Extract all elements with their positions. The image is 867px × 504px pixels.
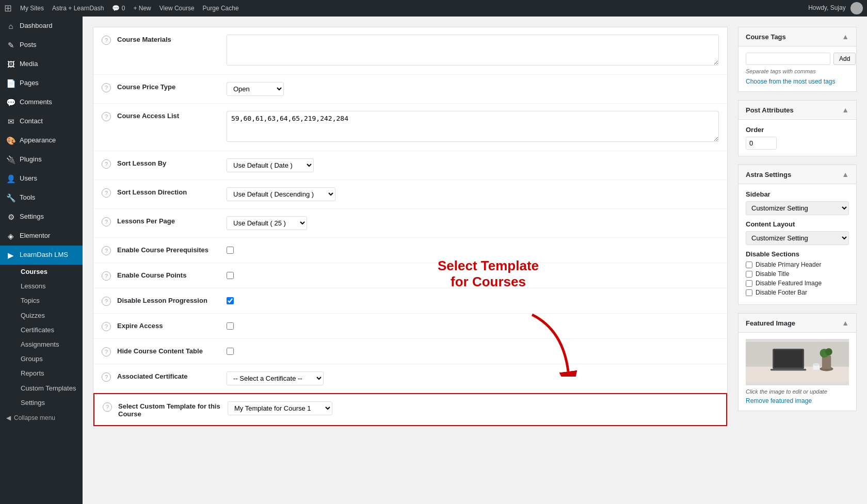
help-icon-hide-content-table[interactable]: ?: [102, 347, 111, 356]
sidebar-item-learndash[interactable]: ▶ LearnDash LMS: [0, 246, 83, 265]
sidebar-item-settings-sub[interactable]: Settings: [14, 396, 83, 410]
checkbox-disable-featured-image[interactable]: [746, 280, 752, 287]
purge-cache-link[interactable]: Purge Cache: [203, 5, 239, 12]
checkbox-hide-content-table[interactable]: [227, 348, 234, 355]
sidebar-item-groups[interactable]: Groups: [14, 352, 83, 366]
checkbox-disable-progression[interactable]: [227, 297, 234, 304]
select-lessons-per-page[interactable]: Use Default ( 25 ) 10 25 50: [227, 216, 307, 230]
help-icon-enable-points[interactable]: ?: [102, 271, 111, 281]
checkbox-disable-footer-bar[interactable]: [746, 289, 752, 296]
post-attributes-toggle[interactable]: ▲: [842, 106, 849, 114]
checkbox-disable-title[interactable]: [746, 271, 752, 278]
sidebar-label-settings: Settings: [20, 212, 44, 221]
select-custom-template[interactable]: My Template for Course 1: [228, 401, 332, 415]
select-associated-certificate[interactable]: -- Select a Certificate --: [227, 371, 324, 385]
checkbox-expire-access[interactable]: [227, 322, 234, 330]
meta-box-astra-settings: Astra Settings ▲ Sidebar Customizer Sett…: [738, 165, 857, 305]
remove-featured-image-link[interactable]: Remove featured image: [746, 397, 812, 404]
sidebar-item-quizzes[interactable]: Quizzes: [14, 308, 83, 323]
lessons-label: Lessons: [21, 282, 45, 291]
help-icon-access-list[interactable]: ?: [102, 112, 111, 121]
sidebar-item-comments[interactable]: 💬 Comments: [0, 93, 83, 112]
disable-title-label[interactable]: Disable Title: [746, 270, 849, 278]
astra-settings-title: Astra Settings: [746, 171, 791, 178]
featured-image-thumbnail[interactable]: [746, 339, 849, 385]
sidebar-item-pages[interactable]: 📄 Pages: [0, 74, 83, 93]
sidebar-item-tools[interactable]: 🔧 Tools: [0, 188, 83, 207]
sidebar-item-media[interactable]: 🖼 Media: [0, 55, 83, 74]
astra-settings-body: Sidebar Customizer Setting Default Sideb…: [738, 184, 856, 304]
help-icon-disable-progression[interactable]: ?: [102, 297, 111, 306]
featured-image-toggle[interactable]: ▲: [842, 319, 849, 327]
sidebar-item-posts[interactable]: ✎ Posts: [0, 36, 83, 55]
my-sites-menu[interactable]: My Sites: [20, 5, 44, 12]
course-tags-title: Course Tags: [746, 33, 786, 41]
input-sort-lesson-by: Use Default ( Date ) Title Date: [227, 158, 719, 172]
help-icon-associated-certificate[interactable]: ?: [102, 372, 111, 382]
most-used-tags-link[interactable]: Choose from the most used tags: [746, 78, 835, 85]
sidebar-item-certificates[interactable]: Certificates: [14, 323, 83, 337]
order-input[interactable]: [746, 137, 777, 150]
disable-featured-image-label[interactable]: Disable Featured Image: [746, 280, 849, 287]
checkbox-enable-prerequisites[interactable]: [227, 247, 234, 254]
help-icon-custom-template[interactable]: ?: [103, 402, 112, 412]
view-course-link[interactable]: View Course: [159, 5, 195, 12]
collapse-menu-button[interactable]: ◀ Collapse menu: [0, 410, 83, 426]
input-sort-lesson-direction: Use Default ( Descending ) Ascending Des…: [227, 187, 719, 201]
astra-toggle[interactable]: ▲: [842, 170, 849, 178]
form-row-select-custom-template: ? Select Custom Template for this Course…: [93, 393, 727, 426]
input-course-price-type: Open Free Buy Now Recurring Closed: [227, 82, 719, 96]
sidebar-item-dashboard[interactable]: ⌂ Dashboard: [0, 17, 83, 36]
admin-sidebar: ⌂ Dashboard ✎ Posts 🖼 Media 📄 Pages 💬 Co…: [0, 17, 83, 504]
checkbox-disable-primary-header[interactable]: [746, 262, 752, 268]
select-course-price-type[interactable]: Open Free Buy Now Recurring Closed: [227, 82, 284, 96]
help-icon-sort-direction[interactable]: ?: [102, 188, 111, 198]
textarea-course-materials[interactable]: [227, 35, 719, 66]
sidebar-item-users[interactable]: 👤 Users: [0, 169, 83, 188]
disable-footer-bar-label[interactable]: Disable Footer Bar: [746, 289, 849, 296]
new-link[interactable]: + New: [133, 5, 151, 12]
help-icon-lessons-per-page[interactable]: ?: [102, 217, 111, 226]
featured-image-body: Click the image to edit or update Remove…: [738, 333, 856, 411]
add-tag-button[interactable]: Add: [833, 53, 856, 65]
sidebar-item-assignments[interactable]: Assignments: [14, 337, 83, 352]
site-name: Astra + LearnDash: [52, 5, 104, 12]
order-label: Order: [746, 126, 849, 134]
sidebar-item-appearance[interactable]: 🎨 Appearance: [0, 131, 83, 150]
tag-input[interactable]: [746, 53, 830, 65]
select-sort-lesson-by[interactable]: Use Default ( Date ) Title Date: [227, 158, 314, 172]
select-sort-lesson-direction[interactable]: Use Default ( Descending ) Ascending Des…: [227, 187, 335, 201]
help-icon-expire-access[interactable]: ?: [102, 322, 111, 331]
sidebar-item-elementor[interactable]: ◈ Elementor: [0, 226, 83, 246]
checkbox-enable-points[interactable]: [227, 272, 234, 279]
sidebar-item-lessons[interactable]: Lessons: [14, 279, 83, 294]
svg-point-12: [813, 363, 819, 366]
sidebar-item-courses[interactable]: Courses: [14, 265, 83, 279]
sidebar-label-plugins: Plugins: [20, 155, 42, 164]
sidebar-item-topics[interactable]: Topics: [14, 294, 83, 308]
sidebar-item-settings[interactable]: ⚙ Settings: [0, 207, 83, 226]
help-icon-prerequisites[interactable]: ?: [102, 246, 111, 255]
textarea-course-access-list[interactable]: 59,60,61,63,64,65,219,242,284: [227, 111, 719, 142]
site-name-link[interactable]: Astra + LearnDash: [52, 5, 104, 12]
course-tags-body: Add Separate tags with commas Choose fro…: [738, 46, 856, 91]
comments-icon: 💬: [6, 97, 15, 108]
sidebar-item-plugins[interactable]: 🔌 Plugins: [0, 150, 83, 169]
sidebar-item-custom-templates[interactable]: Custom Templates: [14, 381, 83, 396]
comments-link[interactable]: 💬 0: [112, 5, 125, 12]
help-icon-sort-lesson-by[interactable]: ?: [102, 159, 111, 169]
label-select-custom-template: Select Custom Template for this Course: [118, 401, 221, 418]
label-sort-lesson-direction: Sort Lesson Direction: [117, 187, 220, 196]
wp-logo[interactable]: ⊞: [4, 3, 12, 14]
sidebar-item-reports[interactable]: Reports: [14, 366, 83, 381]
right-sidebar: Course Tags ▲ Add Separate tags with com…: [738, 27, 857, 494]
course-tags-toggle[interactable]: ▲: [842, 32, 849, 41]
help-icon-price-type[interactable]: ?: [102, 83, 111, 92]
help-icon-course-materials[interactable]: ?: [102, 36, 111, 45]
certificates-label: Certificates: [21, 326, 54, 335]
sidebar-select[interactable]: Customizer Setting Default Sidebar No Si…: [746, 201, 849, 215]
sidebar-item-contact[interactable]: ✉ Contact: [0, 112, 83, 131]
disable-primary-header-label[interactable]: Disable Primary Header: [746, 261, 849, 268]
my-sites-label: My Sites: [20, 5, 44, 12]
content-layout-select[interactable]: Customizer Setting Full Width Narrow: [746, 231, 849, 245]
